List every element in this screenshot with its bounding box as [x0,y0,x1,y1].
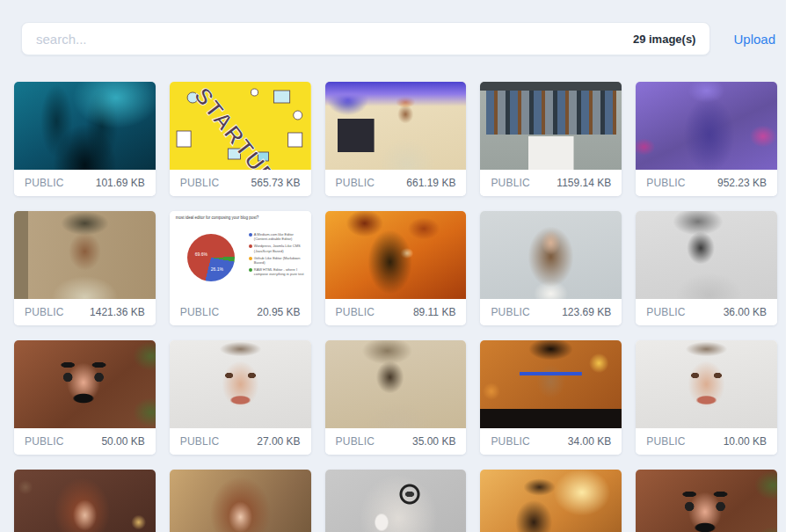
file-size-label: 89.11 KB [413,306,455,318]
card-footer: PUBLIC 89.11 KB [325,299,467,325]
file-size-label: 27.00 KB [257,435,300,448]
visibility-badge: PUBLIC [180,435,220,448]
thumbnail-man-flat-cap[interactable] [14,211,156,299]
visibility-badge: PUBLIC [646,435,686,448]
toolbar: 29 image(s) Upload [21,22,777,55]
legend-dot [249,268,252,272]
thumbnail-surprised-man[interactable] [170,340,311,428]
search-input[interactable] [36,32,633,47]
card-footer: PUBLIC 1421.36 KB [14,299,156,325]
thumbnail-startup-illustration[interactable]: STARTUP [170,82,311,170]
card-footer: PUBLIC 27.00 KB [170,428,311,455]
image-card[interactable]: PUBLIC 1159.14 KB [480,82,622,196]
image-card[interactable]: PUBLIC 50.00 KB [14,340,156,455]
visibility-badge: PUBLIC [646,306,686,318]
image-card[interactable] [14,470,156,532]
image-grid: PUBLIC 101.69 KB STARTUP [14,82,777,532]
image-card[interactable]: PUBLIC 27.00 KB [170,340,311,455]
card-footer: PUBLIC 10.00 KB [636,428,777,455]
image-card[interactable]: PUBLIC 10.00 KB [636,340,777,455]
image-count-label: 29 image(s) [633,33,696,46]
thumbnail-backlit-bearded-man[interactable] [480,470,622,532]
image-card[interactable]: PUBLIC 1421.36 KB [14,211,156,325]
file-size-label: 123.69 KB [562,306,611,318]
card-footer: PUBLIC 35.00 KB [325,428,467,455]
legend-dot [249,244,252,248]
visibility-badge: PUBLIC [336,177,375,189]
image-card[interactable] [480,470,622,532]
file-size-label: 34.00 KB [568,435,611,448]
thumbnail-woman-white-scarf[interactable] [480,211,622,299]
file-size-label: 35.00 KB [412,435,455,448]
pie-chart-title: most ideal editor for composing your blo… [176,215,306,220]
file-size-label: 952.23 KB [717,177,767,189]
pie-chart-legend: A Medium.com like Editor (Content-editab… [249,232,308,277]
search-box[interactable]: 29 image(s) [21,22,710,55]
legend-entry: A Medium.com like Editor (Content-editab… [254,232,308,241]
pie-slice-label: 69.6% [195,251,207,257]
visibility-badge: PUBLIC [25,177,64,189]
thumbnail-teal-shiva-artwork[interactable] [14,82,156,170]
image-card[interactable] [325,470,467,532]
thumbnail-bw-man-monocle-mustache[interactable] [325,470,467,532]
thumbnail-purple-deity-artwork[interactable] [636,82,777,170]
image-card[interactable]: STARTUP PUBLIC 565.73 KB [170,82,311,196]
thumbnail-group-photo-upside-down[interactable] [480,82,622,170]
legend-dot [249,257,252,260]
file-size-label: 50.00 KB [101,435,144,448]
visibility-badge: PUBLIC [491,435,530,448]
legend-entry: RAW HTML Editor - where I compose everyt… [254,267,308,276]
image-card[interactable]: most ideal editor for composing your blo… [170,211,311,325]
image-card[interactable]: PUBLIC 36.00 KB [636,211,777,325]
card-footer: PUBLIC 20.95 KB [170,299,311,325]
file-size-label: 565.73 KB [251,177,301,189]
card-footer: PUBLIC 50.00 KB [14,428,156,455]
file-size-label: 101.69 KB [96,177,145,189]
visibility-badge: PUBLIC [336,306,375,318]
image-card[interactable]: PUBLIC 952.23 KB [636,82,777,196]
thumbnail-man-blue-glasses[interactable] [480,340,622,428]
image-card[interactable] [636,470,777,532]
card-footer: PUBLIC 123.69 KB [480,299,622,325]
visibility-badge: PUBLIC [336,435,375,448]
image-card[interactable]: PUBLIC 35.00 KB [325,340,467,455]
thumbnail-sepia-man-cap-headphones[interactable] [325,340,467,428]
visibility-badge: PUBLIC [25,435,64,448]
thumbnail-man-orange-cap[interactable] [325,82,467,170]
thumbnail-woman-groucho-glasses[interactable] [14,340,156,428]
file-size-label: 20.95 KB [257,306,300,318]
startup-illustration-graphic: STARTUP [170,82,311,170]
thumbnail-bw-man-cap-headphones[interactable] [636,211,777,299]
image-card[interactable]: PUBLIC 661.19 KB [325,82,467,196]
legend-entry: Wordpress, Joomla Like CMS (JavaScript B… [254,244,308,252]
card-footer: PUBLIC 952.23 KB [636,170,777,196]
visibility-badge: PUBLIC [646,177,686,189]
file-size-label: 1159.14 KB [557,177,611,189]
file-size-label: 661.19 KB [406,177,455,189]
thumbnail-redhead-woman-bokeh[interactable] [14,470,156,532]
thumbnail-pie-chart-screenshot[interactable]: most ideal editor for composing your blo… [170,211,311,299]
visibility-badge: PUBLIC [491,177,530,189]
file-size-label: 36.00 KB [724,306,767,318]
card-footer: PUBLIC 36.00 KB [636,299,777,325]
pie-chart-graphic: 69.6% 26.1% [187,234,235,281]
thumbnail-surprised-man-2[interactable] [636,340,777,428]
pie-slice-label: 26.1% [211,266,223,272]
image-card[interactable]: PUBLIC 101.69 KB [14,82,156,196]
thumbnail-orange-goddess-artwork[interactable] [325,211,467,299]
file-size-label: 10.00 KB [724,435,767,448]
scrollbar-track [786,0,793,532]
image-card[interactable]: PUBLIC 123.69 KB [480,211,622,325]
visibility-badge: PUBLIC [25,306,64,318]
upload-button[interactable]: Upload [731,26,777,52]
image-card[interactable]: PUBLIC 34.00 KB [480,340,622,455]
legend-entry: Github Like Editor (Markdown Based) [254,256,308,265]
card-footer: PUBLIC 565.73 KB [170,170,311,196]
visibility-badge: PUBLIC [180,306,220,318]
thumbnail-redhead-woman-red-lips[interactable] [170,470,311,532]
image-card[interactable]: PUBLIC 89.11 KB [325,211,467,325]
visibility-badge: PUBLIC [491,306,530,318]
image-card[interactable] [170,470,311,532]
thumbnail-woman-groucho-glasses-2[interactable] [636,470,777,532]
card-footer: PUBLIC 34.00 KB [480,428,622,455]
